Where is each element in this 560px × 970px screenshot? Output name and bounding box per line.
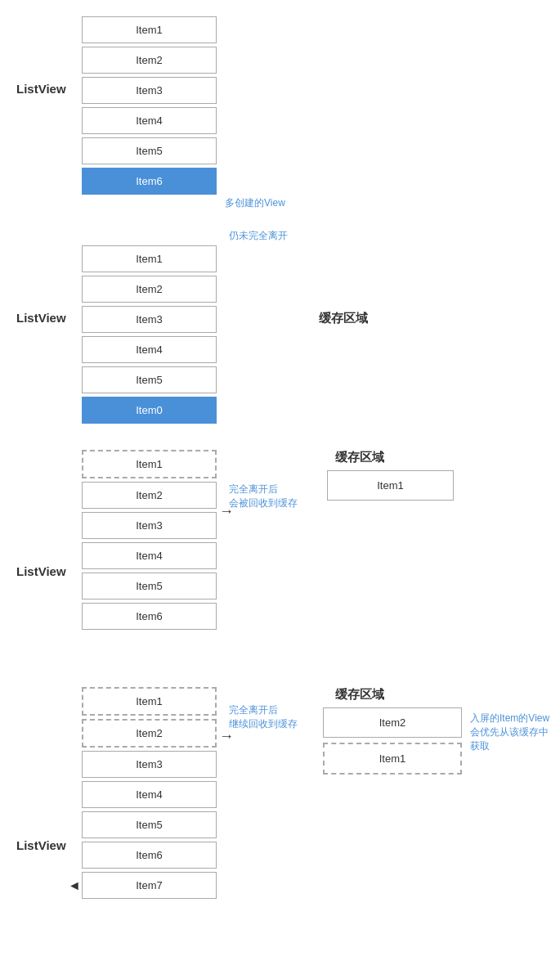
annotation-2-top: 仍未完全离开: [229, 229, 288, 243]
list-item-dashed: Item1: [82, 450, 217, 478]
list-item: Item7 ◄: [82, 872, 217, 899]
listview-label-3: ListView: [16, 564, 66, 578]
list-item: Item5: [82, 366, 217, 393]
list-item-blue: Item0: [82, 397, 217, 424]
cache-area-label-3: 缓存区域: [335, 450, 384, 465]
list-item: Item1: [82, 16, 217, 43]
cache-area-label-4: 缓存区域: [335, 687, 384, 703]
list-item: Item5: [82, 137, 217, 164]
list-item-dashed: Item2: [82, 719, 217, 748]
list-3: Item1 Item2 Item3 Item4 Item5 Item6: [82, 450, 217, 633]
cache-area-4: Item2 Item1: [323, 707, 462, 775]
section3: ListView Item1 Item2 Item3 Item4 Item5 I…: [16, 450, 544, 687]
list-item: Item4: [82, 107, 217, 134]
list-item: Item4: [82, 542, 217, 569]
list-item: Item3: [82, 751, 217, 778]
section4: ListView Item1 Item2 Item3 Item4 Item5 I…: [16, 687, 544, 941]
list-item: Item5: [82, 573, 217, 600]
list-item: Item6: [82, 842, 217, 869]
listview-label-1: ListView: [16, 82, 66, 96]
list-item: Item6: [82, 603, 217, 630]
section2: ListView 仍未完全离开 Item1 Item2 Item3 Item4 …: [16, 229, 544, 450]
cache-area-label-2: 缓存区域: [319, 311, 368, 326]
list-item: Item3: [82, 512, 217, 539]
annotation-3: 完全离开后 会被回收到缓存: [229, 483, 298, 510]
listview-label-4: ListView: [16, 838, 66, 852]
list-item: Item3: [82, 77, 217, 104]
list-item: Item4: [82, 781, 217, 808]
annotation-4: 完全离开后 继续回收到缓存: [229, 703, 298, 731]
list-item: Item1: [82, 245, 217, 272]
annotation-1: 多创建的View: [225, 196, 285, 210]
cache-area-3: Item1: [327, 470, 454, 501]
list-4: Item1 Item2 Item3 Item4 Item5 Item6 Item…: [82, 687, 217, 902]
list-item-blue: Item6: [82, 168, 217, 195]
list-item: Item3: [82, 306, 217, 333]
listview-label-2: ListView: [16, 311, 66, 325]
list-item: Item2: [82, 276, 217, 303]
section1: ListView Item1 Item2 Item3 Item4 Item5 I…: [16, 16, 544, 229]
annotation-4-right: 入屏的Item的View 会优先从该缓存中 获取: [470, 712, 560, 752]
arrow-icon-3: →: [219, 503, 234, 520]
list-item: Item2: [82, 47, 217, 74]
list-item: Item2: [82, 482, 217, 509]
list-1: Item1 Item2 Item3 Item4 Item5 Item6: [82, 16, 217, 198]
list-item: Item4: [82, 336, 217, 363]
cache-item: Item1: [327, 470, 454, 501]
list-2: Item1 Item2 Item3 Item4 Item5 Item0: [82, 245, 217, 427]
arrow-icon-4: →: [219, 728, 234, 745]
cache-item-solid: Item2: [323, 707, 462, 738]
list-item: Item5: [82, 811, 217, 838]
list-item-dashed: Item1: [82, 687, 217, 716]
cache-item-dashed: Item1: [323, 743, 462, 775]
